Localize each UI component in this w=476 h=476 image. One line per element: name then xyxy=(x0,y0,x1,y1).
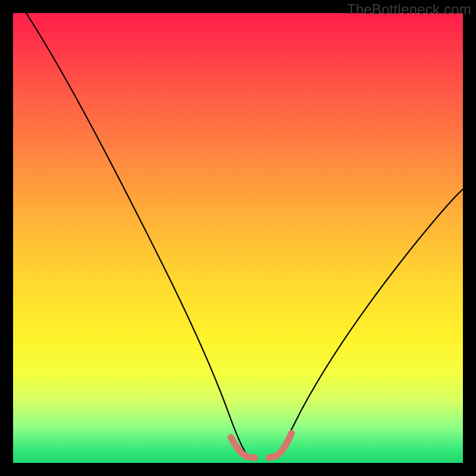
right-curve xyxy=(274,189,463,457)
watermark-text: TheBottleneck.com xyxy=(347,1,471,18)
left-curve xyxy=(26,13,249,457)
chart-frame: TheBottleneck.com xyxy=(0,0,476,476)
right-valley-marker xyxy=(269,433,292,458)
curves-layer xyxy=(13,13,463,463)
